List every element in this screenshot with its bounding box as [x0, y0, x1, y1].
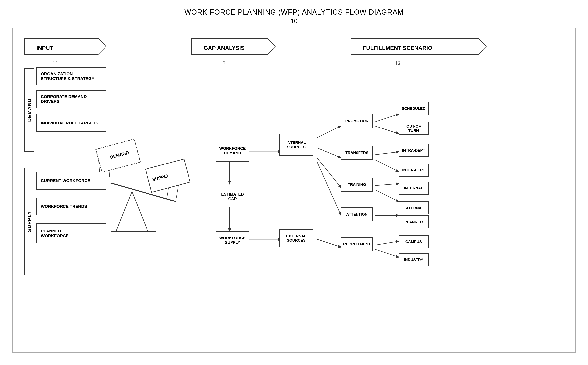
phase-fulfillment-label: FULFILLMENT SCENARIO: [363, 45, 432, 51]
promotion-box: PROMOTION: [341, 114, 373, 128]
svg-marker-3: [116, 191, 148, 231]
training-box: TRAINING: [341, 178, 373, 191]
ref-12: 12: [220, 60, 225, 66]
demand-label: DEMAND: [24, 68, 35, 152]
phase-input-label: INPUT: [36, 45, 53, 51]
svg-line-22: [317, 239, 341, 247]
internal-sources-box: INTERNAL SOURCES: [279, 134, 313, 156]
svg-line-7: [167, 180, 170, 198]
campus-box: CAMPUS: [399, 235, 429, 248]
phase-gap-label: GAP ANALYSIS: [204, 45, 245, 51]
svg-line-30: [375, 241, 399, 245]
svg-line-27: [375, 184, 399, 186]
workforce-trends-item: WORKFORCE TRENDS: [36, 197, 112, 215]
corporate-demand-item: CORPORATE DEMAND DRIVERS: [36, 90, 112, 108]
page-title: WORK FORCE PLANNING (WFP) ANALYTICS FLOW…: [0, 0, 588, 16]
workforce-supply-box: WORKFORCE SUPPLY: [215, 231, 249, 249]
workforce-demand-box: WORKFORCE DEMAND: [215, 140, 249, 162]
svg-line-26: [375, 160, 399, 172]
svg-line-25: [375, 152, 399, 155]
fig-number: 10: [0, 18, 588, 25]
svg-text:DEMAND: DEMAND: [109, 150, 129, 160]
svg-text:SUPPLY: SUPPLY: [152, 173, 170, 182]
svg-rect-11: [145, 159, 190, 192]
internal-box: INTERNAL: [399, 182, 429, 195]
estimated-gap-box: ESTIMATED GAP: [215, 188, 249, 205]
attention-box: ATTENTION: [341, 207, 373, 221]
transfers-box: TRANSFERS: [341, 146, 373, 160]
svg-line-18: [317, 126, 341, 138]
planned-box: PLANNED: [399, 215, 429, 228]
svg-line-23: [375, 114, 399, 122]
svg-line-19: [317, 148, 341, 158]
svg-rect-9: [96, 139, 140, 172]
ref-13: 13: [395, 60, 401, 66]
out-of-turn-box: OUT-OF TURN: [399, 122, 429, 135]
svg-line-28: [375, 190, 399, 202]
ref-11: 11: [52, 60, 58, 66]
svg-line-31: [375, 249, 399, 257]
supply-label: SUPPLY: [24, 168, 35, 275]
external-sources-box: EXTERNAL SOURCES: [279, 229, 313, 247]
planned-workforce-item: PLANNED WORKFORCE: [36, 223, 112, 243]
main-container: DEMAND SUPPLY: [12, 28, 576, 353]
svg-line-20: [317, 158, 341, 188]
inter-dept-box: INTER-DEPT: [399, 164, 429, 177]
svg-line-21: [317, 162, 341, 215]
svg-line-24: [375, 126, 399, 134]
individual-role-item: INDIVIDUAL ROLE TARGETS: [36, 114, 112, 132]
svg-line-8: [176, 180, 179, 201]
scheduled-box: SCHEDULED: [399, 102, 429, 115]
intra-dept-box: INTRA-DEPT: [399, 144, 429, 157]
org-structure-item: ORGANIZATION STRUCTURE & STRATEGY: [36, 67, 112, 85]
recruitment-box: RECRUITMENT: [341, 237, 373, 251]
current-workforce-item: CURRENT WORKFORCE: [36, 172, 112, 190]
external-box: EXTERNAL: [399, 202, 429, 214]
industry-box: INDUSTRY: [399, 253, 429, 266]
